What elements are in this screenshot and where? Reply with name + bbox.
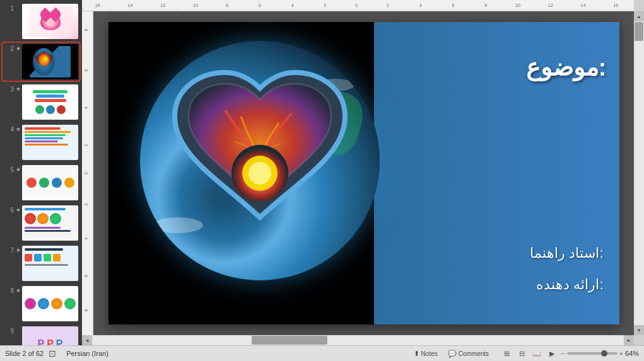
slide-num-7: 7 (4, 247, 14, 254)
slide-thumbnail-6[interactable]: 6 ★ (3, 204, 79, 242)
scroll-right-button[interactable]: ► (624, 335, 634, 345)
notes-button[interactable]: ⬆ Notes (410, 348, 442, 359)
slide-and-ruler: 8 6 4 2 0 2 4 6 8 (82, 11, 644, 335)
scroll-down-button[interactable]: ▼ (634, 325, 644, 335)
zoom-percentage: 64% (625, 350, 639, 357)
zoom-slider[interactable] (567, 352, 618, 355)
comments-icon: 💬 (448, 350, 457, 358)
thumb-img-8 (22, 286, 78, 321)
thumb-img-9: P P P (22, 326, 78, 345)
svg-text:0: 0 (355, 3, 358, 8)
status-bar: Slide 2 of 62 ⊡ Persian (Iran) ⬆ Notes 💬… (0, 345, 644, 361)
slide-star-8: ★ (16, 287, 22, 294)
slide-star-3: ★ (16, 86, 22, 92)
svg-text:8: 8 (226, 3, 228, 8)
slide-num-5: 5 (4, 166, 14, 173)
slide-star-2: ★ (16, 45, 22, 52)
svg-text:2: 2 (84, 144, 88, 146)
svg-text:2: 2 (84, 203, 88, 205)
normal-view-button[interactable]: ⊞ (500, 348, 513, 358)
slide-star-4: ★ (16, 126, 22, 132)
slide-panel-inner[interactable]: 1 (0, 0, 82, 345)
slide-sorter-button[interactable]: ⊟ (515, 348, 528, 358)
comments-label: Comments (459, 350, 489, 357)
slide-info: Slide 2 of 62 (5, 350, 44, 357)
svg-text:8: 8 (84, 29, 88, 32)
thumb-img-3 (22, 84, 78, 120)
thumb-img-4 (22, 125, 78, 160)
thumb-img-5 (22, 165, 78, 200)
svg-text:16: 16 (613, 3, 618, 8)
svg-text:6: 6 (84, 69, 88, 72)
svg-text:2: 2 (387, 3, 389, 8)
slide-title: :موضوع (526, 54, 607, 81)
slide-canvas-wrapper: :موضوع :استاد راهنما :ارائه دهنده (93, 11, 634, 335)
slide-subtitle1: :استاد راهنما (530, 245, 603, 261)
content-area: 1 (0, 0, 644, 345)
svg-text:14: 14 (581, 3, 586, 8)
slide-thumbnail-5[interactable]: 5 ★ (3, 164, 79, 202)
svg-text:14: 14 (128, 3, 133, 8)
ruler-top: 16 14 12 10 8 6 4 2 0 2 4 6 8 10 12 14 1 (82, 0, 644, 11)
slide-star-6: ★ (16, 207, 22, 213)
notes-icon: ⬆ (414, 350, 419, 358)
zoom-slider-thumb[interactable] (601, 350, 607, 357)
slide-num-2: 2 (4, 45, 14, 52)
scrollbar-right: ▲ ▼ (634, 11, 644, 335)
slide-panel-toggle[interactable]: ⊡ (49, 348, 56, 358)
slide-star-7: ★ (16, 247, 22, 253)
svg-text:4: 4 (291, 3, 294, 8)
slide-thumbnail-9[interactable]: 9 P P P (3, 325, 79, 345)
slide-area: 16 14 12 10 8 6 4 2 0 2 4 6 8 10 12 14 1 (82, 0, 644, 345)
scroll-corner-bottom (634, 335, 644, 345)
language-indicator: Persian (Iran) (66, 350, 108, 357)
slideshow-button[interactable]: ▶ (546, 348, 558, 358)
status-right: ⊞ ⊟ 📖 ▶ − + 64% (500, 348, 639, 358)
slide-thumbnail-3[interactable]: 3 ★ (3, 83, 79, 121)
scroll-thumb-vertical[interactable] (635, 22, 643, 41)
ruler-corner (634, 0, 644, 11)
svg-text:0: 0 (84, 172, 88, 175)
notes-label: Notes (421, 350, 438, 357)
svg-text:12: 12 (160, 3, 165, 8)
thumb-img-6 (22, 205, 78, 241)
zoom-out-button[interactable]: − (561, 350, 565, 357)
svg-text:2: 2 (324, 3, 326, 8)
ruler-top-svg: 16 14 12 10 8 6 4 2 0 2 4 6 8 10 12 14 1 (82, 0, 644, 11)
svg-text:4: 4 (84, 238, 88, 240)
heart-cross-section (168, 54, 351, 236)
scroll-track-vertical[interactable] (634, 21, 644, 325)
svg-text:8: 8 (484, 3, 487, 8)
zoom-in-button[interactable]: + (619, 350, 623, 357)
slide-num-1: 1 (4, 5, 14, 12)
svg-text:6: 6 (259, 3, 261, 8)
slide-thumbnail-8[interactable]: 8 ★ (3, 285, 79, 323)
thumb-img-7 (22, 246, 78, 281)
slide-panel: 1 (0, 0, 82, 345)
svg-text:12: 12 (548, 3, 553, 8)
app-container: 1 (0, 0, 644, 361)
slide-num-8: 8 (4, 287, 14, 294)
slide-star-5: ★ (16, 166, 22, 173)
scrollbar-horizontal-container: ◄ ► (82, 335, 644, 345)
svg-text:4: 4 (84, 106, 88, 109)
slide-num-4: 4 (4, 126, 14, 133)
svg-text:8: 8 (84, 309, 88, 311)
status-center: ⬆ Notes 💬 Comments (410, 348, 493, 359)
slide-canvas: :موضوع :استاد راهنما :ارائه دهنده (108, 22, 619, 324)
svg-text:4: 4 (419, 3, 422, 8)
comments-button[interactable]: 💬 Comments (444, 348, 493, 359)
svg-text:10: 10 (515, 3, 520, 8)
slide-thumbnail-2[interactable]: 2 ★ (3, 43, 79, 81)
svg-text:6: 6 (84, 275, 88, 277)
scroll-thumb-horizontal[interactable] (252, 336, 327, 345)
slide-num-6: 6 (4, 207, 14, 214)
scroll-track-horizontal[interactable] (92, 335, 624, 345)
slide-thumbnail-4[interactable]: 4 ★ (3, 123, 79, 161)
reading-view-button[interactable]: 📖 (530, 348, 543, 358)
slide-thumbnail-1[interactable]: 1 (3, 3, 79, 40)
svg-text:6: 6 (452, 3, 454, 8)
scroll-left-button[interactable]: ◄ (82, 335, 92, 345)
slide-thumbnail-7[interactable]: 7 ★ (3, 244, 79, 282)
scroll-up-button[interactable]: ▲ (634, 11, 644, 21)
